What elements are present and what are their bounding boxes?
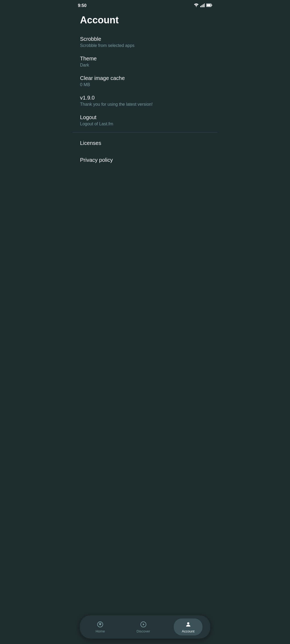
clear-image-cache-title: Clear image cache — [80, 75, 210, 81]
logout-title: Logout — [80, 114, 210, 120]
settings-list: Scrobble Scrobble from selected apps The… — [73, 32, 218, 169]
discover-icon — [140, 621, 147, 628]
account-label: Account — [182, 629, 194, 633]
svg-point-11 — [187, 622, 189, 624]
account-icon — [184, 621, 192, 628]
version-title: v1.9.0 — [80, 95, 210, 101]
nav-home[interactable]: Home — [88, 619, 113, 635]
battery-icon — [206, 3, 212, 8]
logout-subtitle: Logout of Last.fm — [80, 122, 210, 126]
svg-rect-1 — [202, 5, 202, 7]
status-bar: 9:50 — [73, 0, 218, 10]
version-item: v1.9.0 Thank you for using the latest ve… — [73, 91, 218, 111]
clear-image-cache-item[interactable]: Clear image cache 0 MB — [73, 71, 218, 91]
theme-title: Theme — [80, 56, 210, 62]
nav-account[interactable]: Account — [174, 619, 202, 635]
page-title: Account — [73, 10, 218, 32]
privacy-policy-item[interactable]: Privacy policy — [73, 152, 218, 169]
svg-point-8 — [99, 624, 101, 625]
svg-marker-10 — [143, 623, 144, 625]
home-label: Home — [96, 629, 105, 633]
licenses-item[interactable]: Licenses — [73, 135, 218, 152]
theme-subtitle: Dark — [80, 63, 210, 68]
clear-image-cache-subtitle: 0 MB — [80, 82, 210, 87]
bottom-nav: Home Discover Account — [80, 615, 210, 639]
status-icons — [194, 3, 212, 8]
discover-label: Discover — [137, 629, 150, 633]
svg-rect-5 — [207, 4, 211, 6]
wifi-icon — [194, 3, 199, 8]
section-divider — [73, 132, 218, 133]
home-icon — [96, 621, 104, 628]
logout-item[interactable]: Logout Logout of Last.fm — [73, 111, 218, 130]
version-subtitle: Thank you for using the latest version! — [80, 102, 210, 107]
status-time: 9:50 — [78, 3, 86, 8]
licenses-title: Licenses — [80, 140, 210, 146]
svg-rect-3 — [204, 3, 205, 7]
privacy-policy-title: Privacy policy — [80, 157, 210, 163]
scrobble-title: Scrobble — [80, 36, 210, 42]
scrobble-subtitle: Scrobble from selected apps — [80, 43, 210, 48]
svg-rect-2 — [203, 4, 204, 7]
nav-discover[interactable]: Discover — [129, 619, 158, 635]
signal-icon — [200, 3, 205, 8]
svg-rect-6 — [212, 5, 212, 6]
theme-item[interactable]: Theme Dark — [73, 52, 218, 71]
scrobble-item[interactable]: Scrobble Scrobble from selected apps — [73, 32, 218, 52]
svg-rect-0 — [200, 6, 201, 7]
